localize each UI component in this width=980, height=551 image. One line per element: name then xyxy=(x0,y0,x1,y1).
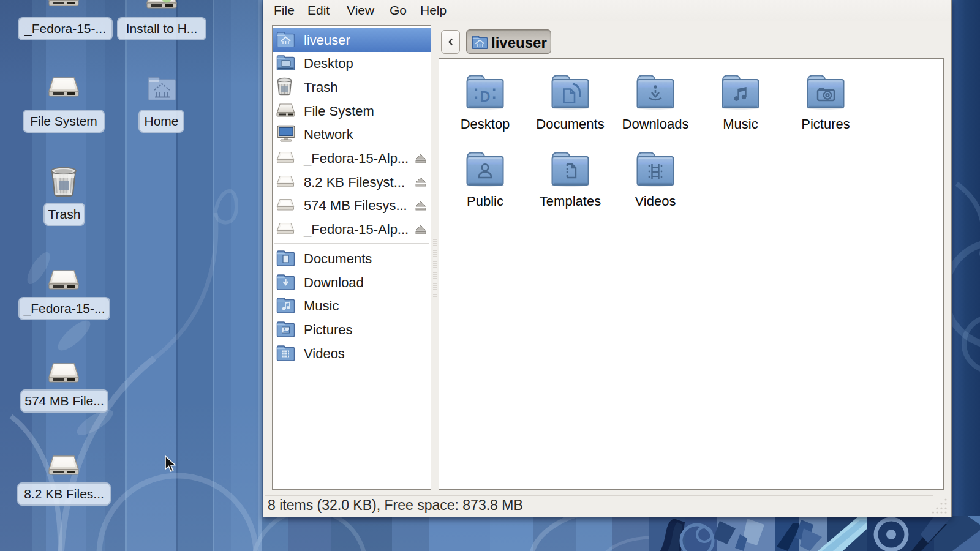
svg-text:D: D xyxy=(480,89,491,105)
